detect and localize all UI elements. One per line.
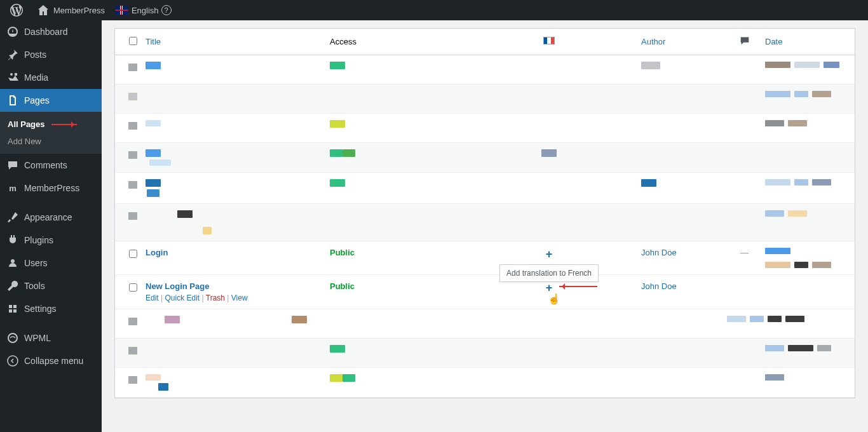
- annotation-arrow-1: [51, 124, 77, 125]
- action-view[interactable]: View: [231, 294, 248, 302]
- language-switcher[interactable]: English ?: [110, 0, 177, 20]
- dashboard-icon: [6, 25, 19, 38]
- table-row: [115, 114, 855, 143]
- admin-sidebar: Dashboard Posts Media Pages All Pages Ad…: [0, 20, 102, 432]
- home-icon: [37, 4, 50, 17]
- collapse-icon: [6, 354, 19, 367]
- memberpress-icon: m: [6, 182, 19, 194]
- svg-point-1: [8, 356, 18, 366]
- settings-icon: [6, 302, 19, 315]
- table-row: [115, 204, 855, 241]
- table-row: [115, 368, 855, 398]
- flag-uk-icon: [115, 6, 128, 15]
- column-header-comments[interactable]: [724, 35, 765, 48]
- sidebar-item-memberpress[interactable]: m MemberPress: [0, 177, 102, 199]
- wordpress-icon: [10, 4, 23, 17]
- action-quick-edit[interactable]: Quick Edit: [165, 294, 200, 302]
- sidebar-item-plugins[interactable]: Plugins: [0, 229, 102, 252]
- main-content: Title Access Author Date: [102, 20, 868, 432]
- help-icon: ?: [161, 5, 172, 15]
- access-label: Public: [330, 281, 355, 291]
- table-row: [115, 55, 855, 84]
- select-all-checkbox[interactable]: [129, 37, 137, 45]
- translation-tooltip: Add translation to French: [499, 264, 599, 282]
- pages-table: Title Access Author Date: [114, 28, 855, 398]
- add-translation-plus-icon[interactable]: +: [546, 248, 553, 261]
- plugin-icon: [6, 234, 19, 246]
- cursor-icon: ☝: [548, 293, 560, 305]
- users-icon: [6, 257, 19, 269]
- column-header-language: [457, 37, 641, 46]
- flag-fr-icon: [543, 37, 555, 44]
- comment-icon: [739, 35, 750, 46]
- sidebar-subitem-add-new[interactable]: Add New: [0, 133, 102, 150]
- brush-icon: [6, 211, 19, 224]
- media-icon: [6, 71, 19, 84]
- svg-point-0: [8, 334, 17, 342]
- pages-icon: [6, 94, 19, 107]
- column-header-author[interactable]: Author: [641, 37, 724, 46]
- pin-icon: [6, 48, 19, 61]
- table-row-login: Login Public + Add translation to French…: [115, 241, 855, 275]
- table-row-new-login: New Login Page Edit | Quick Edit | Trash…: [115, 275, 855, 309]
- language-label: English: [132, 6, 159, 15]
- sidebar-item-tools[interactable]: Tools: [0, 274, 102, 297]
- sidebar-item-appearance[interactable]: Appearance: [0, 206, 102, 229]
- action-trash[interactable]: Trash: [206, 294, 225, 302]
- table-row: [115, 173, 855, 204]
- sidebar-item-pages[interactable]: Pages: [0, 89, 102, 112]
- sidebar-item-media[interactable]: Media: [0, 66, 102, 89]
- table-row: [115, 339, 855, 368]
- sidebar-item-wpml[interactable]: WPML: [0, 327, 102, 349]
- page-title-link[interactable]: Login: [146, 248, 330, 257]
- access-label: Public: [330, 248, 355, 257]
- action-edit[interactable]: Edit: [146, 294, 159, 302]
- table-header-row: Title Access Author Date: [115, 29, 855, 55]
- comment-count: —: [740, 248, 749, 257]
- author-link[interactable]: John Doe: [641, 281, 677, 291]
- tools-icon: [6, 280, 19, 292]
- sidebar-item-collapse[interactable]: Collapse menu: [0, 349, 102, 372]
- sidebar-item-settings[interactable]: Settings: [0, 297, 102, 320]
- row-checkbox[interactable]: [129, 250, 137, 258]
- table-row: [115, 309, 855, 339]
- author-link[interactable]: John Doe: [641, 248, 677, 257]
- sidebar-item-comments[interactable]: Comments: [0, 154, 102, 177]
- row-actions: Edit | Quick Edit | Trash | View: [146, 294, 330, 302]
- sidebar-item-posts[interactable]: Posts: [0, 43, 102, 66]
- column-header-access: Access: [330, 37, 457, 46]
- row-checkbox[interactable]: [129, 283, 137, 292]
- home-link[interactable]: MemberPress: [32, 0, 110, 20]
- wordpress-logo[interactable]: [5, 0, 32, 20]
- site-name: MemberPress: [53, 6, 105, 15]
- wpml-icon: [6, 332, 19, 344]
- column-header-date[interactable]: Date: [765, 37, 850, 46]
- comments-icon: [6, 159, 19, 172]
- table-row: [115, 84, 855, 114]
- annotation-arrow-2: [559, 286, 597, 287]
- sidebar-item-users[interactable]: Users: [0, 252, 102, 274]
- table-row: [115, 143, 855, 173]
- sidebar-subitem-all-pages[interactable]: All Pages: [0, 116, 102, 133]
- column-header-title[interactable]: Title: [146, 37, 330, 46]
- pages-submenu: All Pages Add New: [0, 112, 102, 154]
- sidebar-item-dashboard[interactable]: Dashboard: [0, 20, 102, 43]
- page-title-link[interactable]: New Login Page: [146, 281, 330, 291]
